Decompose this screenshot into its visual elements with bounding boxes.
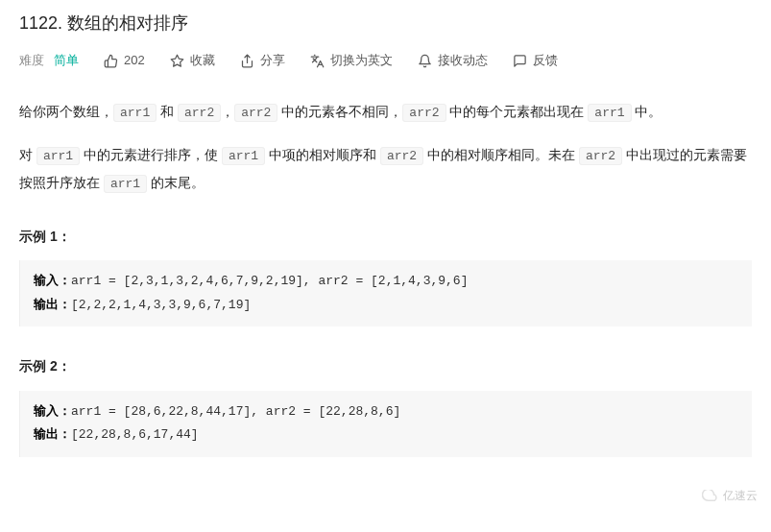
favorite-label: 收藏 xyxy=(190,51,215,71)
favorite-button[interactable]: 收藏 xyxy=(170,51,215,71)
bell-icon xyxy=(418,54,432,68)
code-arr2: arr2 xyxy=(234,104,277,122)
example-1-title: 示例 1： xyxy=(19,226,752,247)
description-paragraph-1: 给你两个数组，arr1 和 arr2，arr2 中的元素各不相同，arr2 中的… xyxy=(19,98,752,126)
meta-bar: 难度 简单 202 收藏 分享 切换为英文 接收动态 反 xyxy=(19,51,752,71)
svg-marker-0 xyxy=(171,55,183,66)
like-count: 202 xyxy=(124,51,145,71)
description-paragraph-2: 对 arr1 中的元素进行排序，使 arr1 中项的相对顺序和 arr2 中的相… xyxy=(19,141,752,197)
star-icon xyxy=(170,54,184,68)
example-1-input: arr1 = [2,3,1,3,2,4,6,7,9,2,19], arr2 = … xyxy=(71,274,468,288)
code-arr1: arr1 xyxy=(36,147,80,165)
output-label: 输出： xyxy=(34,427,71,442)
notifications-button[interactable]: 接收动态 xyxy=(418,51,488,71)
example-2-input: arr1 = [28,6,22,8,44,17], arr2 = [22,28,… xyxy=(71,404,400,419)
code-arr1: arr1 xyxy=(113,104,157,122)
code-arr1: arr1 xyxy=(104,175,147,193)
code-arr2: arr2 xyxy=(579,147,622,165)
share-button[interactable]: 分享 xyxy=(240,51,285,71)
example-2-output: [22,28,8,6,17,44] xyxy=(71,427,199,442)
thumbs-up-icon xyxy=(104,54,118,68)
feedback-label: 反馈 xyxy=(533,51,558,71)
example-2-title: 示例 2： xyxy=(19,355,752,376)
example-1-output: [2,2,2,1,4,3,3,9,6,7,19] xyxy=(71,298,251,312)
problem-title: 1122. 数组的相对排序 xyxy=(19,10,752,37)
example-2-block: 输入：arr1 = [28,6,22,8,44,17], arr2 = [22,… xyxy=(19,391,752,457)
code-arr2: arr2 xyxy=(402,104,446,122)
message-icon xyxy=(513,54,527,68)
difficulty-value: 简单 xyxy=(54,51,79,71)
share-label: 分享 xyxy=(260,51,285,71)
share-icon xyxy=(240,54,254,68)
code-arr2: arr2 xyxy=(178,104,221,122)
switch-language-button[interactable]: 切换为英文 xyxy=(310,51,393,71)
code-arr1: arr1 xyxy=(222,147,265,165)
notifications-label: 接收动态 xyxy=(438,51,488,71)
translate-icon xyxy=(310,54,325,68)
like-button[interactable]: 202 xyxy=(104,51,145,71)
feedback-button[interactable]: 反馈 xyxy=(513,51,558,71)
switch-language-label: 切换为英文 xyxy=(330,51,393,71)
output-label: 输出： xyxy=(34,298,71,312)
code-arr2: arr2 xyxy=(380,147,423,165)
input-label: 输入： xyxy=(34,274,71,288)
difficulty: 难度 简单 xyxy=(19,51,79,71)
input-label: 输入： xyxy=(34,404,71,419)
difficulty-label: 难度 xyxy=(19,51,44,71)
code-arr1: arr1 xyxy=(588,104,631,122)
example-1-block: 输入：arr1 = [2,3,1,3,2,4,6,7,9,2,19], arr2… xyxy=(19,260,752,326)
